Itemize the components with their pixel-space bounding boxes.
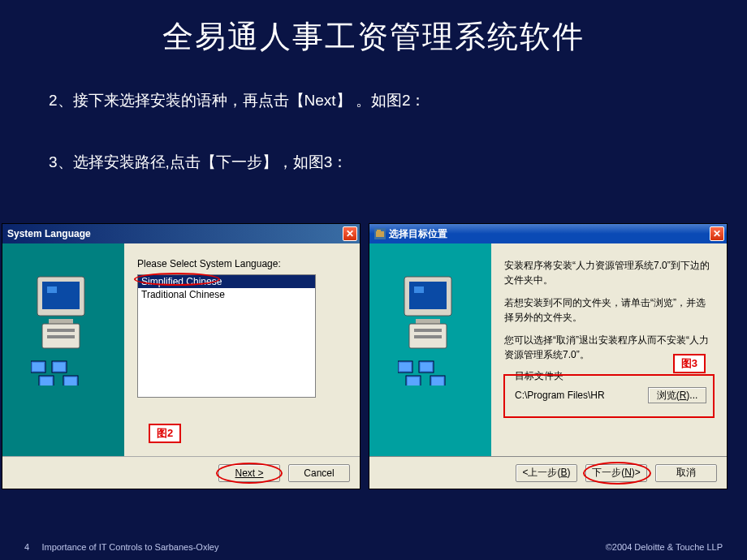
button-row-1: Next > Cancel bbox=[2, 456, 360, 489]
dialog-select-destination: 选择目标位置 ✕ bbox=[369, 223, 728, 489]
destination-group: 目标文件夹 C:\Program Files\HR 浏览(R)... bbox=[504, 375, 714, 417]
button-row-2: <上一步(B) 下一步(N)> 取消 bbox=[369, 456, 727, 489]
computer-icon bbox=[31, 272, 104, 387]
left-panel-1 bbox=[2, 243, 124, 458]
cancel-button-2[interactable]: 取消 bbox=[655, 464, 717, 482]
svg-rect-19 bbox=[414, 286, 424, 293]
fig3-label: 图3 bbox=[673, 354, 706, 373]
lang-prompt: Please Select System Language: bbox=[137, 258, 347, 269]
svg-rect-23 bbox=[414, 335, 442, 338]
dialog-system-language: System Language ✕ bbox=[2, 223, 361, 489]
slide-footer: 4 Importance of IT Controls to Sarbanes-… bbox=[0, 542, 747, 552]
back-button-2[interactable]: <上一步(B) bbox=[516, 464, 577, 482]
close-button-1[interactable]: ✕ bbox=[343, 226, 357, 241]
svg-rect-14 bbox=[65, 377, 76, 386]
slide-title: 全易通人事工资管理系统软件 bbox=[0, 0, 747, 58]
info-line-1: 安装程序将安装“人力资源管理系统7.0”到下边的文件夹中。 bbox=[504, 258, 714, 287]
left-panel-2 bbox=[369, 243, 491, 458]
svg-rect-20 bbox=[416, 319, 440, 324]
svg-rect-16 bbox=[377, 230, 381, 232]
svg-rect-3 bbox=[49, 319, 73, 324]
lang-option-traditional[interactable]: Traditional Chinese bbox=[138, 288, 315, 301]
next-button-1[interactable]: Next > bbox=[218, 464, 280, 482]
close-button-2[interactable]: ✕ bbox=[710, 226, 724, 241]
cancel-button-1[interactable]: Cancel bbox=[288, 464, 350, 482]
titlebar-1: System Language ✕ bbox=[2, 224, 360, 243]
language-listbox[interactable]: Simplified Chinese Traditional Chinese bbox=[137, 274, 316, 398]
installer-icon bbox=[374, 228, 386, 239]
step-2-text: 2、接下来选择安装的语种，再点击【Next】 。如图2： bbox=[49, 90, 747, 111]
footer-right-text: ©2004 Deloitte & Touche LLP bbox=[606, 542, 723, 552]
svg-rect-2 bbox=[47, 286, 57, 293]
right-panel-2: 安装程序将安装“人力资源管理系统7.0”到下边的文件夹中。 若想安装到不同的文件… bbox=[491, 243, 727, 458]
footer-left-text: Importance of IT Controls to Sarbanes-Ox… bbox=[41, 542, 218, 552]
svg-rect-15 bbox=[376, 231, 384, 237]
svg-rect-10 bbox=[54, 363, 65, 371]
page-number: 4 bbox=[24, 542, 29, 552]
svg-rect-12 bbox=[41, 377, 52, 386]
svg-rect-22 bbox=[414, 329, 442, 332]
right-panel-1: Please Select System Language: Simplifie… bbox=[124, 243, 360, 458]
lang-option-simplified[interactable]: Simplified Chinese bbox=[138, 275, 315, 288]
svg-rect-1 bbox=[42, 282, 80, 309]
svg-rect-6 bbox=[47, 335, 75, 338]
destination-path: C:\Program Files\HR bbox=[512, 390, 641, 401]
next-button-2[interactable]: 下一步(N)> bbox=[585, 464, 647, 482]
svg-rect-25 bbox=[399, 363, 411, 371]
svg-rect-31 bbox=[432, 377, 443, 386]
svg-rect-29 bbox=[408, 377, 419, 386]
svg-rect-8 bbox=[32, 363, 44, 371]
titlebar-1-text: System Language bbox=[7, 228, 91, 239]
computer-icon-2 bbox=[398, 272, 471, 387]
svg-rect-18 bbox=[409, 282, 447, 309]
step-3-text: 3、选择安装路径,点击【下一步】，如图3： bbox=[49, 152, 747, 173]
info-line-2: 若想安装到不同的文件夹，请单击“浏览”，并选择另外的文件夹。 bbox=[504, 295, 714, 325]
svg-rect-27 bbox=[421, 363, 432, 371]
browse-button[interactable]: 浏览(R)... bbox=[648, 387, 706, 403]
fig2-label: 图2 bbox=[149, 424, 181, 443]
svg-rect-5 bbox=[47, 329, 75, 332]
destination-legend: 目标文件夹 bbox=[512, 369, 567, 383]
titlebar-2-text: 选择目标位置 bbox=[389, 227, 447, 241]
titlebar-2: 选择目标位置 ✕ bbox=[369, 224, 727, 243]
